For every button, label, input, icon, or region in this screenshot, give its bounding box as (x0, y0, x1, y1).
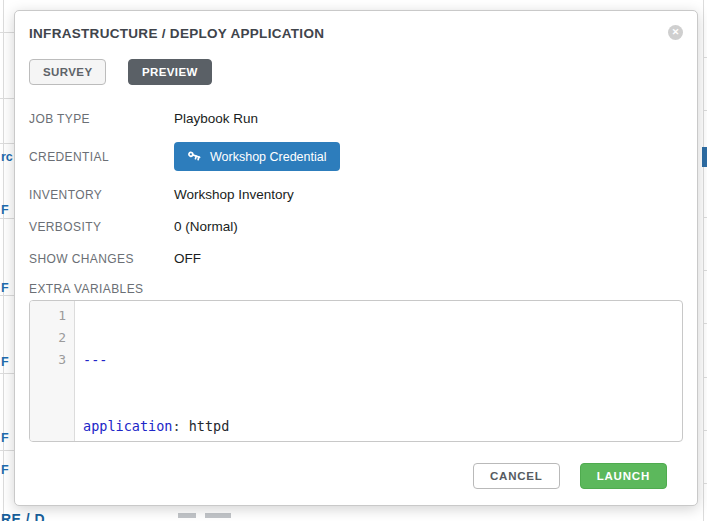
background-row-divider (703, 323, 707, 324)
background-row-divider (703, 270, 707, 271)
background-row-divider (703, 110, 707, 111)
credential-label: CREDENTIAL (29, 150, 174, 164)
inventory-label: INVENTORY (29, 188, 174, 202)
editor-gutter: 1 2 3 (30, 301, 75, 441)
background-link-fragment: F (1, 463, 9, 477)
editor-code-area: --- application: httpd (75, 301, 682, 441)
deploy-application-modal: INFRASTRUCTURE / DEPLOY APPLICATION ✕ SU… (14, 10, 698, 506)
field-list: JOB TYPE Playbook Run CREDENTIAL Wor (29, 110, 683, 267)
field-row-show-changes: SHOW CHANGES OFF (29, 250, 683, 267)
background-row-divider (703, 57, 707, 58)
background-row-divider (0, 143, 14, 144)
line-number: 1 (30, 305, 66, 327)
tab-group: SURVEY PREVIEW (29, 59, 683, 85)
background-row-divider (0, 450, 14, 451)
field-row-job-type: JOB TYPE Playbook Run (29, 110, 683, 127)
yaml-colon: : (172, 418, 180, 434)
field-row-inventory: INVENTORY Workshop Inventory (29, 186, 683, 203)
cancel-button[interactable]: CANCEL (473, 463, 560, 489)
yaml-doc-start: --- (83, 352, 107, 368)
background-badge-fragment (702, 147, 707, 167)
background-row-divider (0, 373, 14, 374)
job-type-value: Playbook Run (174, 111, 258, 126)
tab-preview[interactable]: PREVIEW (128, 59, 212, 85)
background-link-fragment: F (1, 431, 9, 445)
background-text-smudge (205, 513, 231, 518)
line-number: 3 (30, 349, 66, 371)
modal-footer: CANCEL LAUNCH (29, 463, 683, 489)
background-table-border-right (703, 0, 704, 521)
background-row-divider (0, 218, 14, 219)
job-type-label: JOB TYPE (29, 112, 174, 126)
inventory-value: Workshop Inventory (174, 187, 294, 202)
code-line: --- (83, 349, 682, 371)
line-number: 2 (30, 327, 66, 349)
background-row-divider (703, 483, 707, 484)
background-row-divider (703, 430, 707, 431)
code-line: application: httpd (83, 415, 682, 437)
background-row-divider (703, 377, 707, 378)
credential-badge-label: Workshop Credential (210, 150, 327, 164)
show-changes-label: SHOW CHANGES (29, 252, 174, 266)
show-changes-value: OFF (174, 251, 201, 266)
background-link-fragment: F (1, 203, 9, 217)
background-text-smudge (178, 513, 196, 518)
credential-badge[interactable]: Workshop Credential (174, 142, 340, 171)
key-icon (187, 150, 201, 164)
close-icon[interactable]: ✕ (668, 25, 683, 40)
background-row-divider (0, 32, 14, 33)
background-row-divider (703, 217, 707, 218)
background-link-fragment: rc (1, 150, 13, 164)
background-link-fragment: F (1, 281, 9, 295)
background-bottom-text-fragment: RE / D (1, 511, 45, 521)
field-row-verbosity: VERBOSITY 0 (Normal) (29, 218, 683, 235)
extra-variables-label: EXTRA VARIABLES (29, 282, 683, 296)
tab-survey[interactable]: SURVEY (29, 59, 106, 85)
verbosity-label: VERBOSITY (29, 220, 174, 234)
modal-title: INFRASTRUCTURE / DEPLOY APPLICATION (29, 26, 324, 41)
launch-button[interactable]: LAUNCH (580, 463, 667, 489)
modal-header: INFRASTRUCTURE / DEPLOY APPLICATION ✕ (29, 24, 683, 42)
yaml-value: httpd (181, 418, 230, 434)
yaml-key: application (83, 418, 172, 434)
background-row-divider (0, 295, 14, 296)
background-row-divider (0, 98, 14, 99)
background-link-fragment: F (1, 355, 9, 369)
field-row-credential: CREDENTIAL Workshop Credential (29, 142, 683, 171)
extra-variables-editor[interactable]: 1 2 3 --- application: httpd (29, 300, 683, 442)
verbosity-value: 0 (Normal) (174, 219, 238, 234)
